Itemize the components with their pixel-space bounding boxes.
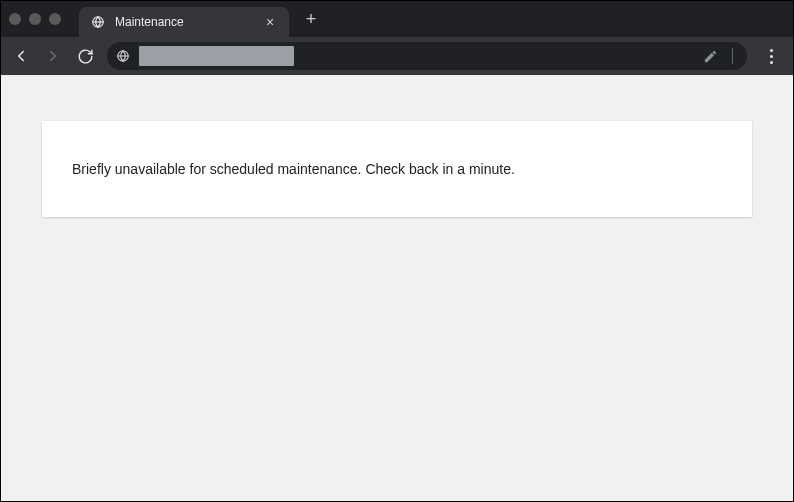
omnibox-separator [732, 48, 733, 64]
forward-button[interactable] [43, 46, 63, 66]
address-bar[interactable] [107, 42, 747, 70]
page-viewport: Briefly unavailable for scheduled mainte… [1, 75, 793, 501]
reload-button[interactable] [75, 46, 95, 66]
site-info-icon[interactable] [115, 48, 131, 64]
edit-url-icon[interactable] [702, 48, 718, 64]
window-minimize-dot[interactable] [29, 13, 41, 25]
maintenance-message: Briefly unavailable for scheduled mainte… [72, 161, 722, 177]
browser-tab[interactable]: Maintenance × [79, 7, 289, 37]
menu-dot-icon [770, 61, 773, 64]
browser-window: Maintenance × + [1, 1, 793, 501]
tab-title: Maintenance [115, 15, 253, 29]
maintenance-card: Briefly unavailable for scheduled mainte… [42, 121, 752, 217]
window-close-dot[interactable] [9, 13, 21, 25]
window-controls [9, 13, 61, 25]
new-tab-button[interactable]: + [301, 9, 321, 30]
browser-menu-button[interactable] [759, 44, 783, 68]
tab-bar: Maintenance × + [1, 1, 793, 37]
window-zoom-dot[interactable] [49, 13, 61, 25]
menu-dot-icon [770, 49, 773, 52]
menu-dot-icon [770, 55, 773, 58]
toolbar [1, 37, 793, 75]
url-selection[interactable] [139, 46, 294, 66]
close-tab-icon[interactable]: × [263, 15, 277, 29]
back-button[interactable] [11, 46, 31, 66]
globe-icon [91, 15, 105, 29]
